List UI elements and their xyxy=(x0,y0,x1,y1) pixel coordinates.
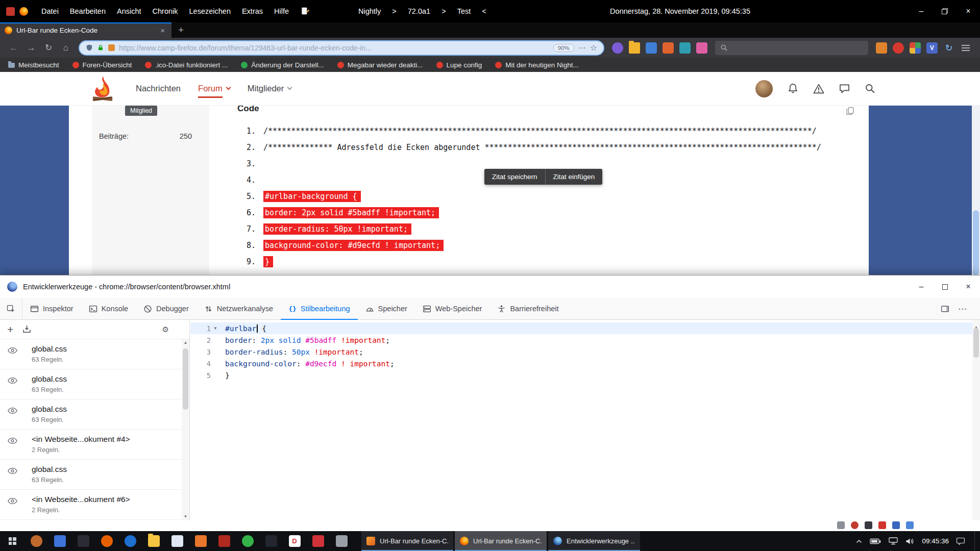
taskbar-app-14[interactable] xyxy=(330,531,353,551)
minimize-button[interactable]: – xyxy=(910,0,933,22)
devtools-menu-icon[interactable]: ⋯ xyxy=(958,304,967,314)
taskbar-app-3[interactable] xyxy=(71,531,95,551)
alerts-warning-icon[interactable] xyxy=(813,84,824,94)
sidebar-scrollbar[interactable]: ▲ ▼ xyxy=(182,339,189,520)
devtools-tab-speicher[interactable]: Speicher xyxy=(358,298,415,319)
bookmark-item-lupe-config[interactable]: Lupe config xyxy=(436,61,482,69)
compose-page-icon[interactable] xyxy=(301,7,310,16)
devtools-tab-inspektor[interactable]: Inspektor xyxy=(22,298,81,319)
menu-item-bearbeiten[interactable]: Bearbeiten xyxy=(64,5,111,17)
extension-icon-8[interactable]: V xyxy=(926,42,938,54)
forward-button[interactable]: → xyxy=(22,40,40,56)
devtools-tab-debugger[interactable]: Debugger xyxy=(136,298,197,319)
network-icon[interactable] xyxy=(889,537,898,545)
overflow-icon-4[interactable] xyxy=(878,521,886,529)
bookmark-item-mit-der-heutigen-night[interactable]: Mit der heutigen Night... xyxy=(495,61,578,69)
editor-code[interactable]: background-color: #d9ecfd ! important; xyxy=(222,360,395,368)
bookmark-item-ico-datei-funktioniert[interactable]: .ico-Datei funktioniert ... xyxy=(145,61,228,69)
editor-code[interactable]: } xyxy=(222,371,230,380)
url-bar[interactable]: https://www.camp-firefox.de/forum/thema/… xyxy=(79,40,604,56)
devtools-tab-stilbearbeitung[interactable]: {}Stilbearbeitung xyxy=(281,298,357,319)
profile-switcher[interactable]: Nightly>72.0a1>Test< xyxy=(358,0,486,22)
bookmark-item-foren-übersicht[interactable]: Foren-Übersicht xyxy=(72,61,132,69)
notifications-bell-icon[interactable] xyxy=(788,83,798,94)
copy-code-icon[interactable] xyxy=(846,107,854,115)
extension-icon-7[interactable] xyxy=(910,42,921,54)
pick-element-icon[interactable] xyxy=(0,298,22,319)
sync-icon[interactable]: ↻ xyxy=(943,42,954,54)
home-button[interactable]: ⌂ xyxy=(57,40,75,56)
nav-item-forum[interactable]: Forum xyxy=(198,84,230,93)
extension-icon-5[interactable] xyxy=(876,42,887,54)
new-stylesheet-button[interactable]: + xyxy=(7,324,13,335)
fold-caret-icon[interactable]: ▼ xyxy=(211,326,220,331)
taskbar-app-4[interactable] xyxy=(95,531,118,551)
extension-badge-icon[interactable] xyxy=(108,44,115,51)
back-button[interactable]: ← xyxy=(5,40,22,56)
browser-tab[interactable]: Url-Bar runde Ecken-Code × xyxy=(0,22,172,38)
menu-item-lesezeichen[interactable]: Lesezeichen xyxy=(184,5,236,17)
taskbar-app-8[interactable] xyxy=(189,531,212,551)
devtools-tab-web-speicher[interactable]: Web-Speicher xyxy=(415,298,490,319)
stylesheet-item-2[interactable]: global.css63 Regeln. xyxy=(0,369,189,399)
extension-icon-2[interactable] xyxy=(646,42,657,54)
taskbar-app-9[interactable] xyxy=(212,531,236,551)
devtools-scroll-thumb[interactable] xyxy=(973,328,979,358)
taskbar-app-7[interactable] xyxy=(165,531,189,551)
taskbar-window-button-1[interactable]: Url-Bar runde Ecken-C... xyxy=(361,531,453,551)
menu-item-chronik[interactable]: Chronik xyxy=(147,5,184,17)
sidebar-scroll-thumb[interactable] xyxy=(183,348,188,410)
stylesheet-item-4[interactable]: <in Webseite...okument #4>2 Regeln. xyxy=(0,430,189,460)
stylesheet-item-6[interactable]: <in Webseite...okument #6>2 Regeln. xyxy=(0,490,189,520)
eye-icon[interactable] xyxy=(8,407,17,414)
forum-search-icon[interactable] xyxy=(865,83,875,94)
bookmark-item-meistbesucht[interactable]: Meistbesucht xyxy=(8,61,59,69)
options-gear-icon[interactable]: ⚙ xyxy=(162,325,169,334)
devtools-scrollbar[interactable]: ▲ xyxy=(972,320,980,520)
downloads-folder-icon[interactable] xyxy=(629,42,640,54)
eye-icon[interactable] xyxy=(8,497,17,505)
close-button[interactable]: × xyxy=(957,0,980,22)
eye-icon[interactable] xyxy=(8,467,17,474)
new-tab-button[interactable]: + xyxy=(172,22,190,38)
stylesheet-item-3[interactable]: global.css63 Regeln. xyxy=(0,399,189,430)
zoom-indicator[interactable]: 90% xyxy=(553,44,574,52)
extension-icon-3[interactable] xyxy=(663,42,674,54)
taskbar-window-button-2[interactable]: Url-Bar runde Ecken-C... xyxy=(455,531,547,551)
taskbar-app-10[interactable] xyxy=(236,531,259,551)
stylesheet-item-5[interactable]: global.css63 Regeln. xyxy=(0,460,189,490)
taskbar-app-6[interactable] xyxy=(142,531,165,551)
editor-code[interactable]: border: 2px solid #5badff !important; xyxy=(222,336,390,344)
editor-code[interactable]: border-radius: 50px !important; xyxy=(222,348,363,356)
taskbar-window-button-3[interactable]: Entwicklerwerkzeuge ... xyxy=(548,531,640,551)
bookmark-item-änderung-der-darstell[interactable]: Änderung der Darstell... xyxy=(241,61,324,69)
taskbar-app-2[interactable] xyxy=(48,531,71,551)
menu-item-datei[interactable]: Datei xyxy=(36,5,64,17)
devtools-close-button[interactable]: × xyxy=(957,276,980,298)
volume-icon[interactable] xyxy=(905,538,914,545)
page-actions-icon[interactable]: ⋯ xyxy=(578,43,586,53)
overflow-icon-3[interactable] xyxy=(865,521,872,529)
forget-broom-icon[interactable] xyxy=(696,42,707,54)
page-scrollbar[interactable] xyxy=(972,106,980,276)
css-editor[interactable]: 1▼#urlbar {2border: 2px solid #5badff !i… xyxy=(190,320,972,520)
menu-item-ansicht[interactable]: Ansicht xyxy=(111,5,147,17)
messages-chat-icon[interactable] xyxy=(839,83,850,94)
nav-item-mitglieder[interactable]: Mitglieder xyxy=(248,84,292,93)
action-center-icon[interactable] xyxy=(957,537,965,545)
tab-close-icon[interactable]: × xyxy=(158,26,167,35)
reload-button[interactable]: ↻ xyxy=(40,40,57,56)
taskbar-app-12[interactable]: D xyxy=(283,531,306,551)
taskbar-app-1[interactable] xyxy=(24,531,48,551)
taskbar-app-11[interactable] xyxy=(259,531,283,551)
app-menu-icon[interactable] xyxy=(960,42,971,54)
tracking-shield-icon[interactable] xyxy=(86,44,93,52)
quote-action-1[interactable]: Zitat speichern xyxy=(484,169,545,185)
campfirefox-logo[interactable] xyxy=(91,76,114,102)
taskbar-app-13[interactable] xyxy=(306,531,330,551)
stylesheet-item-1[interactable]: global.css63 Regeln. xyxy=(0,339,189,369)
user-avatar[interactable] xyxy=(755,80,773,97)
extension-icon-4[interactable] xyxy=(679,42,691,54)
devtools-tab-konsole[interactable]: Konsole xyxy=(81,298,136,319)
page-scroll-thumb[interactable] xyxy=(973,210,979,276)
